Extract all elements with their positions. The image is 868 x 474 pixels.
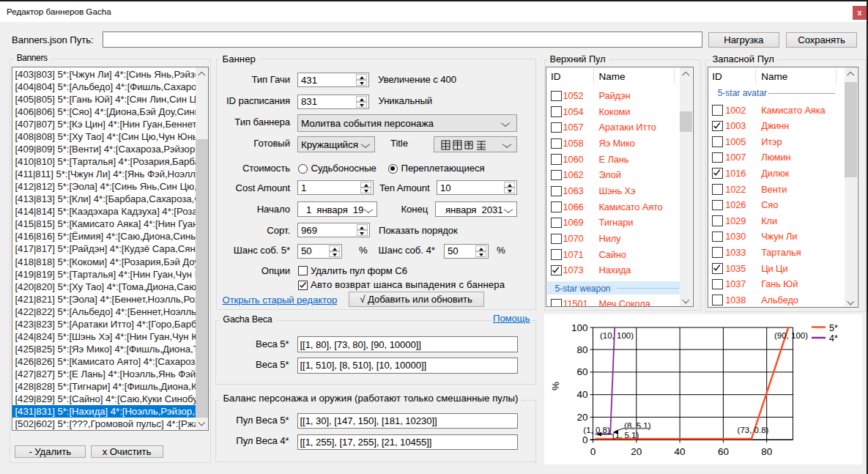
svg-text:40: 40 [576,389,587,400]
svg-text:(73, 0.8): (73, 0.8) [738,426,769,434]
svg-text:%: % [550,382,561,390]
svg-text:(10, 100): (10, 100) [600,331,634,340]
svg-text:20: 20 [576,412,587,423]
svg-text:20: 20 [631,446,642,457]
svg-text:0: 0 [590,446,596,457]
svg-text:40: 40 [675,446,686,457]
svg-text:100: 100 [571,322,588,333]
svg-text:60: 60 [576,366,587,377]
svg-text:80: 80 [761,446,772,457]
svg-text:80: 80 [576,344,587,355]
svg-text:(90, 100): (90, 100) [774,331,808,340]
svg-text:5*: 5* [829,323,838,333]
svg-text:(1, 0.8): (1, 0.8) [583,426,610,434]
svg-text:60: 60 [718,446,729,457]
svg-text:0: 0 [582,434,588,445]
svg-text:4*: 4* [829,333,838,344]
